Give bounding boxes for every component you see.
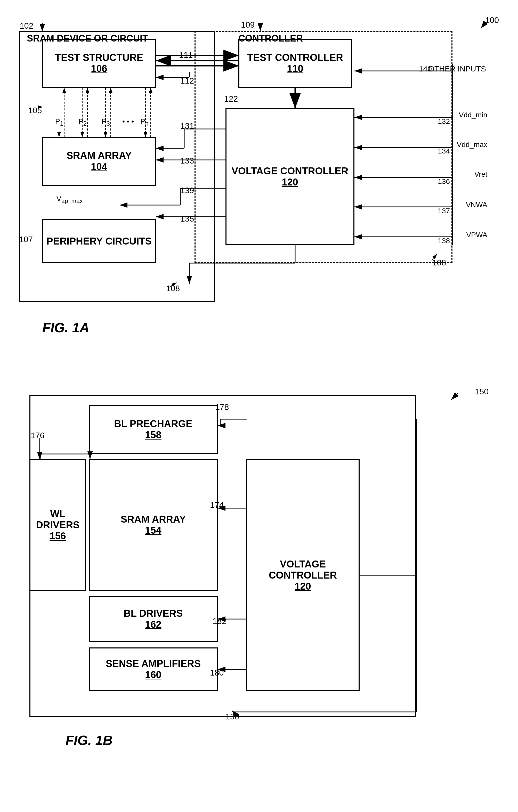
ref-108a: 108	[166, 284, 180, 293]
ref-133: 133	[180, 156, 194, 166]
ref-p1: P1	[55, 117, 63, 127]
sram-array-box: SRAM ARRAY 104	[42, 137, 156, 186]
fig1a: SRAM DEVICE OR CIRCUIT TEST STRUCTURE 10…	[14, 10, 504, 358]
test-controller-title: TEST CONTROLLER	[247, 52, 343, 63]
ref-150: 150	[475, 387, 489, 397]
sense-amp-title: SENSE AMPLIFIERS	[106, 658, 201, 669]
vret-label: Vret	[474, 170, 487, 178]
test-structure-box: TEST STRUCTURE 106	[42, 39, 156, 88]
sram-array-154-box: SRAM ARRAY 154	[89, 459, 218, 591]
ref-131: 131	[180, 121, 194, 131]
voltage-controller-1b-box: VOLTAGE CONTROLLER 120	[246, 459, 359, 691]
sram-array-154-title: SRAM ARRAY	[121, 514, 186, 525]
ref-174: 174	[210, 500, 224, 510]
ref-138: 138	[438, 237, 450, 245]
sense-amp-number: 160	[145, 669, 161, 680]
wl-drivers-box: WL DRIVERS 156	[29, 459, 86, 591]
ref-132: 132	[438, 117, 450, 126]
fig1b: WL DRIVERS 156 BL PRECHARGE 158 SRAM ARR…	[14, 379, 504, 766]
ref-107: 107	[19, 235, 33, 244]
ref-102: 102	[20, 21, 33, 31]
test-controller-number: 110	[287, 63, 303, 74]
voltage-controller-box: VOLTAGE CONTROLLER 120	[226, 108, 354, 245]
ref-pn: Pn	[140, 117, 149, 127]
ref-134: 134	[438, 147, 450, 155]
sram-array-number: 104	[91, 161, 107, 172]
wl-drivers-title: WL DRIVERS	[30, 509, 85, 530]
bl-drivers-number: 162	[145, 619, 161, 630]
diagram-container: SRAM DEVICE OR CIRCUIT TEST STRUCTURE 10…	[14, 10, 504, 766]
ref-vap-max: Vap_max	[57, 195, 83, 205]
ref-135: 135	[180, 214, 194, 224]
sram-array-154-number: 154	[145, 525, 161, 536]
vdd-min-label: Vdd_min	[459, 111, 487, 119]
bl-drivers-box: BL DRIVERS 162	[89, 596, 218, 642]
periphery-box: PERIPHERY CIRCUITS	[42, 219, 156, 263]
test-structure-title: TEST STRUCTURE	[55, 52, 143, 63]
voltage-controller-number: 120	[282, 177, 298, 188]
ref-p3: P3	[102, 117, 110, 127]
ref-111: 111	[179, 50, 193, 60]
ref-130: 130	[226, 712, 239, 722]
svg-line-46	[451, 394, 458, 400]
bl-drivers-title: BL DRIVERS	[123, 608, 183, 619]
ref-105: 105	[28, 106, 42, 115]
ref-136: 136	[438, 177, 450, 186]
fig1b-title: FIG. 1B	[65, 732, 113, 748]
test-controller-box: TEST CONTROLLER 110	[238, 39, 352, 88]
ref-178: 178	[215, 402, 229, 412]
ref-137: 137	[438, 207, 450, 215]
ref-109: 109	[241, 20, 255, 30]
ref-139: 139	[180, 186, 194, 195]
ref-p2: P2	[79, 117, 87, 127]
bl-precharge-box: BL PRECHARGE 158	[89, 405, 218, 454]
vdd-max-label: Vdd_max	[457, 141, 487, 149]
bl-precharge-title: BL PRECHARGE	[114, 418, 192, 430]
ref-180: 180	[210, 668, 224, 677]
ref-182: 182	[212, 616, 226, 626]
ref-176: 176	[31, 431, 45, 440]
ref-112: 112	[180, 76, 194, 86]
fig1a-title: FIG. 1A	[42, 320, 89, 335]
ref-108b: 108	[432, 258, 446, 267]
voltage-controller-title: VOLTAGE CONTROLLER	[232, 166, 348, 177]
ref-100: 100	[485, 16, 499, 25]
sense-amplifiers-box: SENSE AMPLIFIERS 160	[89, 647, 218, 691]
vc-1b-title: VOLTAGE CONTROLLER	[247, 559, 358, 581]
wl-drivers-number: 156	[50, 530, 66, 542]
ref-dots: • • •	[122, 117, 134, 126]
vpwa-label: VPWA	[466, 231, 487, 239]
test-structure-number: 106	[91, 63, 107, 74]
ref-122: 122	[224, 94, 238, 104]
vc-1b-number: 120	[295, 581, 311, 592]
vnwa-label: VNWA	[466, 201, 487, 209]
bl-precharge-number: 158	[145, 430, 161, 441]
sram-array-title: SRAM ARRAY	[66, 150, 132, 161]
periphery-title: PERIPHERY CIRCUITS	[47, 236, 152, 247]
other-inputs-label: OTHER INPUTS	[429, 64, 486, 73]
